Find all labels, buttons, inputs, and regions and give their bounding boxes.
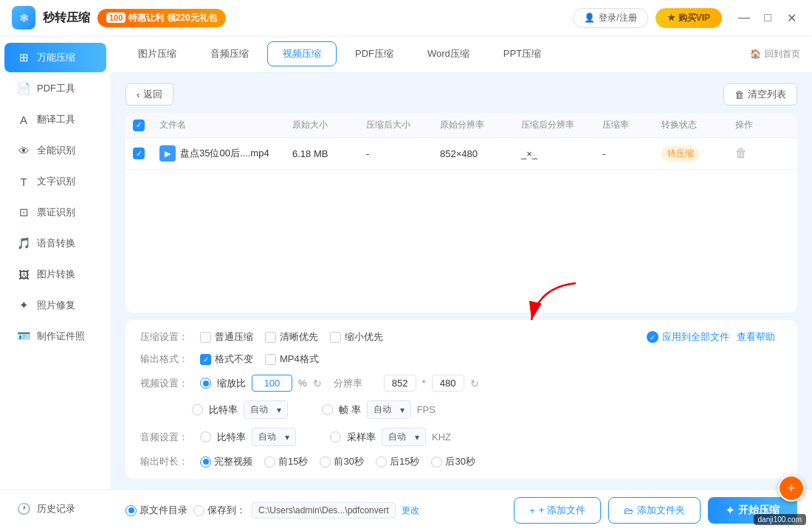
ticket-icon: ⊡ (16, 205, 31, 220)
vip-button[interactable]: ★ 购买VIP (656, 8, 722, 28)
login-button[interactable]: 👤 登录/注册 (573, 8, 647, 28)
minimize-button[interactable]: — (735, 9, 753, 27)
row-original-res: 852×480 (440, 148, 521, 159)
small-priority-label[interactable]: 缩小优先 (330, 330, 383, 344)
tab-word[interactable]: Word压缩 (412, 41, 485, 66)
header-compressed-res: 压缩后分辨率 (521, 119, 602, 131)
first-15s-label[interactable]: 前15秒 (264, 455, 308, 468)
res-refresh-icon[interactable]: ↻ (470, 378, 479, 389)
fps-radio[interactable] (322, 404, 333, 415)
original-dir-radio[interactable] (125, 505, 137, 516)
sample-rate-radio[interactable] (330, 431, 341, 442)
last-15s-label[interactable]: 后15秒 (376, 455, 419, 468)
audio-bitrate-select[interactable]: 自动 ▾ (252, 428, 296, 446)
sidebar-item-ticket[interactable]: ⊡ 票证识别 (4, 198, 106, 227)
small-priority-checkbox[interactable] (330, 332, 341, 343)
small-priority-text: 缩小优先 (345, 330, 383, 344)
tab-video[interactable]: 视频压缩 (267, 41, 337, 66)
back-label: 返回 (143, 88, 162, 101)
sample-rate-select[interactable]: 自动 ▾ (382, 428, 426, 446)
sidebar-label-photo-repair: 照片修复 (37, 299, 75, 312)
sidebar-item-text-recog[interactable]: T 文字识别 (4, 167, 106, 196)
save-to-radio[interactable] (193, 505, 204, 516)
tab-audio[interactable]: 音频压缩 (195, 41, 264, 66)
add-folder-button[interactable]: 🗁 添加文件夹 (608, 497, 701, 524)
fps-chevron-icon: ▾ (400, 405, 405, 415)
back-button[interactable]: ‹ 返回 (125, 83, 173, 105)
compress-start-icon: ✦ (726, 504, 734, 516)
refresh-icon[interactable]: ↻ (313, 378, 322, 389)
table-row: ✓ ▶ 盘点35位00后....mp4 6.18 MB - 852×480 _×… (125, 138, 797, 170)
original-dir-label[interactable]: 原文件目录 (125, 504, 187, 517)
toolbar: ‹ 返回 🗑 清空列表 (125, 83, 797, 105)
scale-input[interactable] (252, 375, 292, 392)
header-checkbox[interactable]: ✓ (133, 119, 145, 131)
sidebar-item-translate[interactable]: A 翻译工具 (4, 105, 106, 134)
first-15s-radio[interactable] (264, 457, 275, 468)
normal-compress-checkbox[interactable] (200, 332, 211, 343)
fps-auto-label: 自动 (374, 403, 391, 416)
first-30s-radio[interactable] (320, 457, 331, 468)
header-status: 转换状态 (661, 119, 735, 131)
res-height-input[interactable] (432, 375, 464, 392)
sidebar-item-history[interactable]: 🕐 历史记录 (4, 494, 106, 524)
full-video-label[interactable]: 完整视频 (200, 455, 252, 468)
audio-bitrate-radio[interactable] (200, 431, 211, 442)
first-30s-label[interactable]: 前30秒 (320, 455, 363, 468)
tab-pdf[interactable]: PDF压缩 (340, 41, 409, 66)
sidebar-item-img-convert[interactable]: 🖼 图片转换 (4, 260, 106, 289)
promo-banner[interactable]: 100 特惠让利 领220元礼包 (97, 9, 226, 27)
last-30s-label[interactable]: 后30秒 (431, 455, 475, 468)
format-unchanged-label[interactable]: ✓ 格式不变 (200, 353, 253, 366)
clear-label: 清空列表 (748, 88, 786, 101)
multiply-symbol: * (422, 378, 426, 389)
tab-image[interactable]: 图片压缩 (123, 41, 192, 66)
sidebar-item-id-photo[interactable]: 🪪 制作证件照 (4, 322, 106, 351)
home-link[interactable]: 🏠 回到首页 (750, 48, 800, 60)
bitrate-radio[interactable] (192, 404, 203, 415)
delete-icon[interactable]: 🗑 (735, 147, 747, 160)
sidebar-item-speech[interactable]: 🎵 语音转换 (4, 229, 106, 258)
sidebar: ⊞ 万能压缩 📄 PDF工具 A 翻译工具 👁 全能识别 T 文字识别 ⊡ 票证… (0, 35, 111, 531)
resolution-label: 分辨率 (334, 377, 378, 390)
sample-auto-label: 自动 (388, 431, 406, 443)
save-to-label[interactable]: 保存到： (193, 504, 246, 517)
normal-compress-label[interactable]: 普通压缩 (200, 330, 253, 344)
clear-button[interactable]: 🗑 清空列表 (723, 83, 797, 105)
fps-label: 帧 率 (339, 403, 361, 417)
fps-unit: FPS (417, 404, 436, 415)
mp4-format-checkbox[interactable] (265, 354, 276, 365)
tab-ppt[interactable]: PPT压缩 (488, 41, 557, 66)
maximize-button[interactable]: □ (759, 9, 777, 27)
sidebar-item-ocr[interactable]: 👁 全能识别 (4, 136, 106, 165)
sidebar-item-photo-repair[interactable]: ✦ 照片修复 (4, 291, 106, 320)
bitrate-select[interactable]: 自动 ▾ (244, 400, 288, 419)
change-button[interactable]: 更改 (402, 504, 419, 517)
fps-select[interactable]: 自动 ▾ (367, 400, 411, 419)
output-format-row: 输出格式： ✓ 格式不变 MP4格式 (140, 353, 782, 366)
row-compressed-size: - (366, 148, 440, 159)
path-value: C:\Users\admin\Des...\pdfconvert (258, 505, 389, 516)
clear-priority-checkbox[interactable] (265, 332, 276, 343)
photo-repair-icon: ✦ (16, 298, 31, 313)
sidebar-item-pdf[interactable]: 📄 PDF工具 (4, 74, 106, 103)
help-link[interactable]: 查看帮助 (737, 330, 775, 344)
close-button[interactable]: ✕ (782, 9, 800, 27)
format-unchanged-checkbox[interactable]: ✓ (200, 354, 211, 365)
full-video-radio[interactable] (200, 457, 211, 468)
scale-ratio-radio[interactable] (200, 378, 211, 389)
header-action: 操作 (735, 119, 794, 131)
status-badge: 待压缩 (661, 146, 700, 162)
clear-priority-label[interactable]: 清晰优先 (265, 330, 318, 344)
sidebar-label-ticket: 票证识别 (37, 206, 75, 219)
row-checkbox[interactable]: ✓ (133, 148, 145, 159)
apply-check-icon: ✓ (647, 331, 658, 343)
last-15s-radio[interactable] (376, 457, 387, 468)
last-30s-radio[interactable] (431, 457, 442, 468)
sidebar-item-compress[interactable]: ⊞ 万能压缩 (4, 43, 106, 72)
mp4-format-label[interactable]: MP4格式 (265, 353, 319, 366)
first-15s-text: 前15秒 (278, 455, 308, 468)
res-width-input[interactable] (384, 375, 416, 392)
add-file-button[interactable]: + + 添加文件 (514, 497, 601, 524)
normal-compress-text: 普通压缩 (215, 330, 253, 344)
